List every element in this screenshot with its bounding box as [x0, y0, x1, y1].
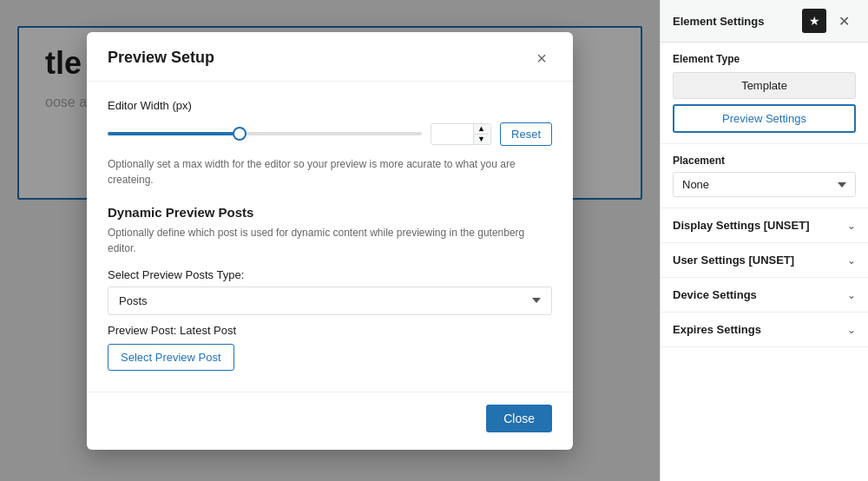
- display-settings-collapsible[interactable]: Display Settings [UNSET] ⌄: [661, 208, 868, 243]
- hint-text: Optionally set a max width for the edito…: [108, 156, 552, 188]
- close-modal-button[interactable]: Close: [486, 405, 552, 432]
- dynamic-preview-title: Dynamic Preview Posts: [108, 205, 552, 220]
- template-button[interactable]: Template: [673, 72, 856, 99]
- select-type-label: Select Preview Posts Type:: [108, 268, 552, 281]
- close-sidebar-button[interactable]: ✕: [832, 9, 856, 33]
- sidebar-header: Element Settings ★ ✕: [661, 0, 868, 43]
- reset-button[interactable]: Reset: [500, 122, 552, 146]
- spinner-down-button[interactable]: ▼: [474, 135, 489, 144]
- star-button[interactable]: ★: [802, 9, 826, 33]
- element-type-label: Element Type: [673, 53, 856, 65]
- modal-close-button[interactable]: ×: [531, 48, 552, 69]
- placement-label: Placement: [673, 155, 856, 167]
- slider-number-input[interactable]: [431, 124, 473, 144]
- sidebar-header-icons: ★ ✕: [802, 9, 856, 33]
- slider-track[interactable]: [108, 132, 422, 135]
- posts-type-select[interactable]: Posts: [108, 287, 552, 315]
- slider-input-group: ▲ ▼: [431, 123, 491, 145]
- select-preview-post-button[interactable]: Select Preview Post: [108, 344, 234, 371]
- spinner-up-button[interactable]: ▲: [474, 124, 489, 135]
- placement-select[interactable]: None: [673, 172, 856, 197]
- sidebar-title: Element Settings: [673, 15, 764, 28]
- slider-spinners: ▲ ▼: [473, 124, 489, 144]
- chevron-down-icon: ⌄: [847, 254, 856, 267]
- element-settings-sidebar: Element Settings ★ ✕ Element Type Templa…: [660, 0, 868, 481]
- modal-header: Preview Setup ×: [87, 32, 573, 82]
- dynamic-preview-desc: Optionally define which post is used for…: [108, 225, 552, 256]
- modal-overlay[interactable]: Preview Setup × Editor Width (px) ▲ ▼ Re…: [0, 0, 660, 481]
- modal-body: Editor Width (px) ▲ ▼ Reset Optionally s…: [87, 82, 573, 392]
- expires-settings-label: Expires Settings: [673, 323, 761, 336]
- chevron-down-icon: ⌄: [847, 220, 856, 232]
- chevron-down-icon: ⌄: [847, 289, 856, 301]
- modal-footer: Close: [87, 392, 573, 450]
- preview-setup-modal: Preview Setup × Editor Width (px) ▲ ▼ Re…: [87, 32, 573, 450]
- element-type-section: Element Type Template Preview Settings: [661, 43, 868, 144]
- placement-section: Placement None: [661, 144, 868, 208]
- chevron-down-icon: ⌄: [847, 324, 856, 336]
- editor-width-label: Editor Width (px): [108, 99, 552, 112]
- user-settings-collapsible[interactable]: User Settings [UNSET] ⌄: [661, 243, 868, 278]
- user-settings-label: User Settings [UNSET]: [673, 254, 794, 267]
- expires-settings-collapsible[interactable]: Expires Settings ⌄: [661, 313, 868, 347]
- sidebar-content: Element Type Template Preview Settings P…: [661, 43, 868, 481]
- slider-thumb[interactable]: [233, 127, 247, 141]
- modal-title: Preview Setup: [108, 49, 214, 67]
- slider-row: ▲ ▼ Reset: [108, 122, 552, 146]
- slider-fill: [108, 132, 240, 135]
- device-settings-label: Device Settings: [673, 288, 757, 301]
- preview-post-label: Preview Post: Latest Post: [108, 324, 552, 337]
- display-settings-label: Display Settings [UNSET]: [673, 219, 809, 232]
- preview-settings-button[interactable]: Preview Settings: [673, 104, 856, 133]
- device-settings-collapsible[interactable]: Device Settings ⌄: [661, 278, 868, 313]
